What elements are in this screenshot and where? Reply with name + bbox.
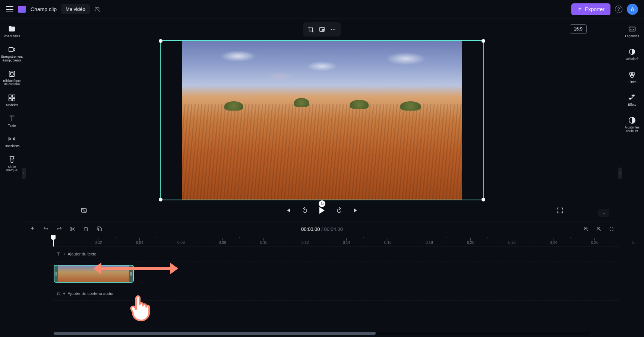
svg-point-22 [630,74,634,77]
skip-forward-icon[interactable] [352,206,360,214]
playback-controls: ⌄ [24,200,620,220]
collapse-timeline-icon[interactable]: ⌄ [598,209,609,217]
app-title: Champ clip [31,6,57,12]
sidebar-expand-icon[interactable]: ‹ [618,168,622,179]
hide-overlay-icon[interactable] [80,206,88,214]
zoom-fit-icon[interactable] [608,226,615,232]
undo-icon[interactable] [42,226,49,232]
svg-rect-3 [9,95,11,97]
clip-trim-handle-left[interactable]: || [54,266,58,282]
sidebar-item-adjust[interactable]: Ajuster les couleurs [621,115,643,134]
menu-icon[interactable] [6,6,13,12]
video-clip[interactable]: || || [54,265,134,283]
ruler-mark: 0:18 [426,238,433,245]
sidebar-label: Vos médias [4,35,20,38]
effects-icon [628,93,636,102]
svg-point-10 [333,29,334,30]
library-icon [8,70,16,78]
time-display: 00:00.00 / 00:04.00 [301,226,343,232]
cloud-off-icon[interactable] [94,6,101,13]
preview-toolbar [303,22,341,36]
right-sidebar: Légendes Décoloré Filtres Effets Ajuster… [620,19,644,337]
audio-track[interactable]: + Ajouter du contenu audio [54,286,620,301]
timeline-ruler[interactable]: 0:020:040:060:080:100:120:140:160:180:20… [24,236,620,247]
skip-back-icon[interactable] [284,206,292,214]
aspect-ratio-button[interactable]: 16:9 [570,24,587,34]
redo-icon[interactable] [56,226,63,232]
fade-icon [628,48,636,56]
add-text-plus: + [63,252,65,256]
sidebar-item-media[interactable]: Vos médias [1,24,23,39]
svg-rect-5 [9,99,11,101]
ruler-mark: 0:20 [467,238,474,245]
filters-icon [628,71,636,79]
video-track: || || [54,264,620,284]
sidebar-label: Filtres [628,80,636,84]
sidebar-label: Texte [8,124,16,127]
sidebar-label: Légendes [625,35,639,38]
templates-icon [8,94,16,102]
ruler-mark: 0:12 [302,238,309,245]
ruler-mark: 0:04 [136,238,143,245]
text-icon [8,114,16,123]
sidebar-item-fade[interactable]: Décoloré [621,47,643,62]
svg-rect-15 [98,228,101,231]
sidebar-item-transitions[interactable]: Transitions [1,134,23,149]
video-name-input[interactable]: Ma vidéo [61,4,90,14]
export-button[interactable]: Exporter [571,3,610,15]
zoom-out-icon[interactable] [583,226,590,232]
fullscreen-icon[interactable] [556,206,564,214]
left-sidebar: Vos médias Enregistrement &amp; create B… [0,19,24,337]
sidebar-label: Modèles [6,104,18,107]
resize-handle-icon[interactable] [482,39,485,43]
forward-icon[interactable] [335,206,343,214]
svg-point-9 [331,29,332,30]
sidebar-label: Kit de marque› [2,165,22,172]
playhead[interactable] [53,236,54,247]
pip-icon[interactable] [317,25,327,34]
svg-rect-1 [9,71,15,77]
svg-point-21 [631,72,635,75]
magic-icon[interactable] [29,226,36,232]
clip-trim-handle-right[interactable]: || [129,266,133,282]
svg-rect-8 [322,29,324,31]
more-icon[interactable] [328,25,338,34]
preview-image[interactable] [182,41,462,200]
svg-point-11 [334,29,335,30]
split-icon[interactable] [69,226,76,232]
zoom-in-icon[interactable] [596,226,602,232]
resize-handle-icon[interactable] [159,39,162,43]
sidebar-item-record[interactable]: Enregistrement &amp; create [1,44,23,63]
camera-icon [8,45,16,54]
sidebar-item-text[interactable]: Texte [1,113,23,128]
timeline-toolbar: 00:00.00 / 00:04.00 [24,222,620,236]
svg-rect-6 [13,99,15,101]
sidebar-label: Décoloré [626,57,638,61]
sidebar-item-captions[interactable]: Légendes [621,24,643,39]
svg-rect-18 [629,27,635,31]
timeline-panel: 00:00.00 / 00:04.00 0:020:040:060:080:10… [24,222,620,337]
sidebar-item-brandkit[interactable]: Kit de marque› [1,155,23,174]
play-button[interactable] [318,206,326,214]
svg-rect-0 [9,48,13,52]
ruler-mark: 0:26 [591,238,598,245]
sidebar-item-filters[interactable]: Filtres [621,70,643,85]
sidebar-label: Ajuster les couleurs [622,126,642,133]
crop-icon[interactable] [306,25,316,34]
sidebar-item-effects[interactable]: Effets [621,92,643,108]
text-track[interactable]: + Ajouter du texte [54,247,620,261]
duplicate-icon[interactable] [96,226,103,232]
rewind-icon[interactable] [301,206,309,214]
sidebar-item-library[interactable]: Bibliothèque de contenu [1,69,23,88]
brandkit-icon [8,156,16,164]
ruler-mark: 0:22 [508,238,515,245]
avatar[interactable]: A [627,4,638,15]
help-icon[interactable]: ? [615,6,622,13]
sidebar-item-templates[interactable]: Modèles [1,93,23,108]
adjust-icon [628,116,636,124]
transitions-icon [8,135,16,143]
trash-icon[interactable] [83,226,89,232]
captions-icon [628,25,636,33]
timeline-scrollbar[interactable] [54,332,590,335]
canvas-selection-frame[interactable]: ↻ [160,40,484,200]
